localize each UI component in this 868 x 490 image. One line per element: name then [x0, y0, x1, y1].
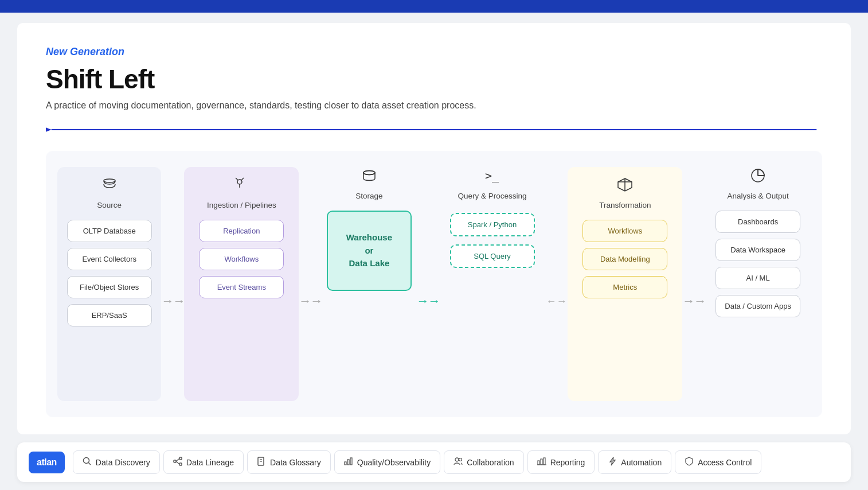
top-bar	[0, 0, 868, 13]
svg-point-1	[104, 179, 115, 182]
nav-label-access-control: Access Control	[698, 458, 752, 467]
atlan-logo: atlan	[29, 452, 65, 473]
arrow-4: ←→	[545, 167, 568, 401]
source-label: Source	[97, 201, 122, 209]
list-item: Dashboards	[715, 211, 800, 233]
pipeline-icon	[233, 176, 250, 197]
column-analysis: Analysis & Output Dashboards Data Worksp…	[705, 167, 811, 401]
svg-line-5	[241, 178, 244, 180]
svg-rect-26	[347, 460, 349, 465]
query-items: Spark / Python SQL Query	[450, 213, 535, 268]
diagram-area: Source OLTP Database Event Collectors Fi…	[46, 151, 822, 417]
list-item: Event Collectors	[67, 248, 152, 270]
nav-item-data-glossary[interactable]: Data Glossary	[247, 450, 331, 474]
transformation-header: Transformation	[599, 176, 651, 209]
column-source: Source OLTP Database Event Collectors Fi…	[57, 167, 161, 401]
arrow-1: →→	[161, 167, 184, 401]
description: A practice of moving documentation, gove…	[46, 100, 822, 111]
query-label: Query & Processing	[458, 192, 526, 200]
terminal-icon: >_	[484, 167, 501, 188]
list-item: ERP/SaaS	[67, 304, 152, 326]
svg-rect-18	[179, 457, 182, 460]
lineage-icon	[173, 457, 182, 468]
list-item: WarehouseorData Lake	[327, 211, 412, 291]
search-icon	[83, 457, 92, 468]
list-item: File/Object Stores	[67, 276, 152, 298]
list-item: AI / ML	[715, 267, 800, 289]
list-item: Data Modelling	[582, 248, 667, 270]
list-item: Event Streams	[199, 276, 284, 298]
list-item: SQL Query	[450, 244, 535, 268]
analysis-header: Analysis & Output	[727, 167, 788, 200]
svg-point-15	[83, 458, 89, 464]
nav-item-automation[interactable]: Automation	[598, 450, 671, 474]
analysis-items: Dashboards Data Workspace AI / ML Data /…	[705, 211, 811, 317]
nav-item-data-discovery[interactable]: Data Discovery	[73, 450, 160, 474]
people-icon	[453, 457, 463, 468]
list-item: Metrics	[582, 276, 667, 298]
nav-label-data-discovery: Data Discovery	[96, 458, 150, 467]
list-item: OLTP Database	[67, 220, 152, 242]
nav-label-reporting: Reporting	[550, 458, 585, 467]
nav-label-data-glossary: Data Glossary	[270, 458, 321, 467]
nav-item-collaboration[interactable]: Collaboration	[444, 450, 524, 474]
lightning-icon	[608, 457, 617, 468]
svg-text:>_: >_	[485, 169, 499, 182]
svg-line-16	[88, 463, 91, 465]
bottom-nav: atlan Data Discovery Data Lineage Data G…	[17, 442, 851, 482]
svg-rect-32	[544, 458, 545, 465]
svg-rect-17	[174, 460, 176, 462]
svg-rect-30	[538, 461, 539, 465]
book-icon	[257, 457, 266, 468]
pie-chart-icon	[749, 167, 767, 188]
list-item: Spark / Python	[450, 213, 535, 236]
svg-rect-25	[345, 462, 346, 465]
main-card: New Generation Shift Left A practice of …	[17, 23, 851, 434]
nav-item-quality[interactable]: Quality/Observability	[334, 450, 440, 474]
list-item: Workflows	[199, 248, 284, 270]
storage-label: Storage	[355, 192, 382, 200]
svg-line-21	[176, 461, 179, 464]
ingestion-header: Ingestion / Pipelines	[207, 176, 276, 209]
layers-icon	[101, 176, 118, 197]
source-items: OLTP Database Event Collectors File/Obje…	[62, 220, 157, 326]
subtitle: New Generation	[46, 46, 822, 58]
ingestion-label: Ingestion / Pipelines	[207, 201, 276, 209]
svg-rect-31	[541, 459, 542, 465]
svg-point-2	[237, 180, 242, 184]
svg-rect-19	[179, 463, 182, 465]
column-storage: Storage WarehouseorData Lake	[322, 167, 416, 401]
list-item: Workflows	[582, 220, 667, 242]
list-item: Data / Custom Apps	[715, 295, 800, 317]
query-header: >_ Query & Processing	[458, 167, 526, 200]
list-item: Replication	[199, 220, 284, 242]
list-item: Data Workspace	[715, 239, 800, 261]
nav-label-automation: Automation	[621, 458, 662, 467]
svg-point-28	[455, 458, 459, 461]
chart-icon	[344, 457, 353, 468]
svg-line-20	[176, 458, 179, 461]
storage-icon	[361, 167, 378, 188]
arrow-5: →→	[682, 167, 705, 401]
source-header: Source	[97, 176, 122, 209]
bar-chart-icon	[537, 457, 546, 468]
nav-item-access-control[interactable]: Access Control	[675, 450, 761, 474]
nav-label-data-lineage: Data Lineage	[186, 458, 234, 467]
ingestion-items: Replication Workflows Event Streams	[189, 220, 294, 298]
transformation-label: Transformation	[599, 201, 651, 209]
nav-item-data-lineage[interactable]: Data Lineage	[163, 450, 244, 474]
column-query: >_ Query & Processing Spark / Python SQL…	[440, 167, 545, 401]
nav-item-reporting[interactable]: Reporting	[527, 450, 595, 474]
transformation-items: Workflows Data Modelling Metrics	[572, 220, 678, 298]
storage-header: Storage	[355, 167, 382, 200]
column-transformation: Transformation Workflows Data Modelling …	[568, 167, 682, 401]
analysis-label: Analysis & Output	[727, 192, 788, 200]
arrow-2: →→	[299, 167, 322, 401]
svg-point-7	[363, 171, 375, 175]
arrow-line	[46, 125, 822, 135]
column-ingestion: Ingestion / Pipelines Replication Workfl…	[184, 167, 299, 401]
page-title: Shift Left	[46, 64, 822, 95]
svg-line-4	[236, 178, 238, 180]
svg-point-29	[459, 458, 462, 461]
arrow-3: →→	[417, 167, 440, 401]
